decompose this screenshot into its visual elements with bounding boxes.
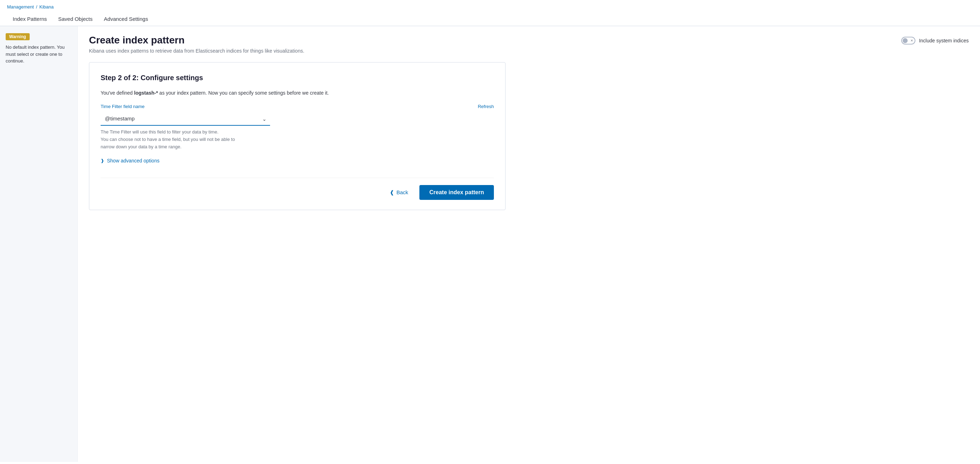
description-text: You've defined logstash-* as your index … xyxy=(100,89,494,97)
page-header: Create index pattern Kibana uses index p… xyxy=(89,35,969,54)
tab-index-patterns[interactable]: Index Patterns xyxy=(7,12,52,26)
page-subtitle: Kibana uses index patterns to retrieve d… xyxy=(89,48,304,54)
card-footer: ❰ Back Create index pattern xyxy=(100,178,494,200)
time-filter-field-link[interactable]: Time Filter field name xyxy=(100,104,145,109)
show-advanced-label: Show advanced options xyxy=(107,158,159,164)
page-body: Warning No default index pattern. You mu… xyxy=(0,26,980,462)
warning-badge: Warning xyxy=(6,33,30,40)
hint-text: The Time Filter will use this field to f… xyxy=(100,129,494,150)
page-title: Create index pattern xyxy=(89,35,304,46)
back-label: Back xyxy=(396,189,408,195)
card-title: Step 2 of 2: Configure settings xyxy=(100,74,494,82)
chevron-right-icon: ❱ xyxy=(100,158,104,163)
include-system-label: Include system indices xyxy=(919,38,969,43)
warning-text: No default index pattern. You must selec… xyxy=(6,44,72,65)
breadcrumb-separator: / xyxy=(36,4,37,10)
include-system-toggle-area: ✕ Include system indices xyxy=(901,37,969,45)
breadcrumb: Management / Kibana xyxy=(0,0,980,12)
toggle-thumb xyxy=(903,38,908,43)
back-button[interactable]: ❰ Back xyxy=(384,186,414,199)
chevron-left-icon: ❰ xyxy=(390,189,395,196)
toggle-x-icon: ✕ xyxy=(910,39,913,42)
refresh-link[interactable]: Refresh xyxy=(478,104,494,109)
tab-advanced-settings[interactable]: Advanced Settings xyxy=(98,12,154,26)
main-content: Create index pattern Kibana uses index p… xyxy=(78,26,980,462)
configure-settings-card: Step 2 of 2: Configure settings You've d… xyxy=(89,62,506,210)
tab-saved-objects[interactable]: Saved Objects xyxy=(52,12,99,26)
show-advanced-options[interactable]: ❱ Show advanced options xyxy=(100,158,494,164)
timestamp-select[interactable]: @timestamp I don't want to use the Time … xyxy=(100,112,270,126)
nav-tabs: Index Patterns Saved Objects Advanced Se… xyxy=(0,12,980,26)
create-index-pattern-button[interactable]: Create index pattern xyxy=(419,185,494,200)
sidebar: Warning No default index pattern. You mu… xyxy=(0,26,78,462)
timestamp-select-wrapper: @timestamp I don't want to use the Time … xyxy=(100,112,270,126)
breadcrumb-management[interactable]: Management xyxy=(7,4,34,10)
include-system-toggle[interactable]: ✕ xyxy=(901,37,915,45)
field-label-row: Time Filter field name Refresh xyxy=(100,104,494,109)
index-pattern-value: logstash-* xyxy=(134,90,158,96)
breadcrumb-kibana[interactable]: Kibana xyxy=(40,4,54,10)
